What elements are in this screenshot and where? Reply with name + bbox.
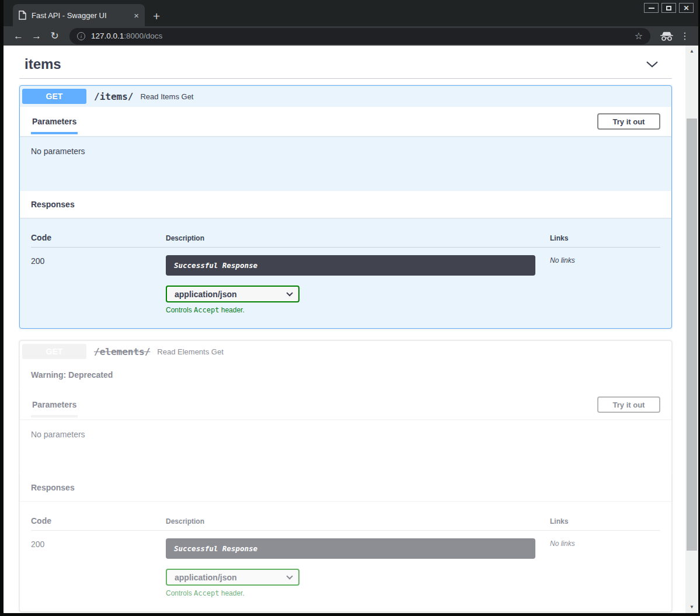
browser-tab[interactable]: Fast API - Swagger UI × <box>13 4 145 26</box>
reload-icon[interactable]: ↻ <box>46 31 64 41</box>
parameters-body: No parameters <box>20 419 671 474</box>
media-type-value: application/json <box>175 290 237 299</box>
collapse-chevron-icon[interactable] <box>646 61 659 68</box>
close-button[interactable]: ✕ <box>679 3 694 13</box>
media-type-select[interactable]: application/json <box>166 286 299 302</box>
minimize-button[interactable] <box>644 3 659 13</box>
page-icon <box>19 11 26 20</box>
description-column-header: Description <box>166 234 550 242</box>
page-content: items GET /items/ Read Items Get Paramet… <box>4 46 685 613</box>
tab-strip: Fast API - Swagger UI × + ✕ <box>4 0 698 26</box>
opblock-get-items: GET /items/ Read Items Get Parameters Tr… <box>19 85 672 329</box>
endpoint-summary: Read Items Get <box>140 92 193 101</box>
response-links: No links <box>550 538 660 548</box>
code-column-header: Code <box>31 516 166 525</box>
site-info-icon[interactable]: i <box>77 32 85 40</box>
endpoint-path: /items/ <box>94 91 133 102</box>
bookmark-star-icon[interactable]: ☆ <box>635 32 643 41</box>
url-host: 127.0.0.1 <box>91 32 124 40</box>
try-it-out-button[interactable]: Try it out <box>597 113 660 130</box>
browser-menu-icon[interactable]: ⋮ <box>677 32 692 41</box>
accept-header-note: Controls Accept header. <box>166 306 550 314</box>
responses-title: Responses <box>31 483 75 492</box>
url-path: :8000/docs <box>124 32 162 40</box>
note-prefix: Controls <box>166 306 194 314</box>
parameters-header: Parameters Try it out <box>20 390 671 419</box>
note-prefix: Controls <box>166 589 194 597</box>
responses-table: Code Description Links 200 Successful Re… <box>20 501 671 611</box>
accept-header-note: Controls Accept header. <box>166 589 550 597</box>
media-type-value: application/json <box>175 573 237 582</box>
tab-title: Fast API - Swagger UI <box>32 11 107 20</box>
response-description-cell: Successful Response application/json Con… <box>166 538 550 597</box>
no-parameters-text: No parameters <box>31 147 85 156</box>
browser-toolbar: ← → ↻ i 127.0.0.1:8000/docs ☆ ⋮ <box>4 26 698 46</box>
response-code: 200 <box>31 538 166 549</box>
response-links: No links <box>550 255 660 265</box>
note-suffix: header. <box>219 589 244 597</box>
try-it-out-button[interactable]: Try it out <box>597 396 660 413</box>
minimize-icon <box>649 8 654 9</box>
opblock-get-elements-deprecated: GET /elements/ Read Elements Get Warning… <box>19 340 672 612</box>
endpoint-path: /elements/ <box>94 346 150 357</box>
response-description-cell: Successful Response application/json Con… <box>166 255 550 314</box>
response-code: 200 <box>31 255 166 266</box>
response-description-box: Successful Response <box>166 538 535 559</box>
media-type-select[interactable]: application/json <box>166 569 299 586</box>
tag-section-header[interactable]: items <box>19 53 672 79</box>
description-column-header: Description <box>166 517 550 525</box>
tag-title: items <box>25 56 61 72</box>
parameters-tab: Parameters <box>31 109 78 134</box>
code-column-header: Code <box>31 233 166 242</box>
method-badge: GET <box>22 344 86 359</box>
responses-table-head: Code Description Links <box>31 509 660 531</box>
responses-title: Responses <box>31 200 75 209</box>
select-chevron-icon <box>286 573 292 579</box>
address-bar[interactable]: i 127.0.0.1:8000/docs ☆ <box>69 28 650 44</box>
links-column-header: Links <box>550 517 660 525</box>
method-badge: GET <box>22 89 86 104</box>
responses-table: Code Description Links 200 Successful Re… <box>20 218 671 328</box>
responses-header: Responses <box>20 191 671 218</box>
no-parameters-text: No parameters <box>31 430 85 439</box>
links-column-header: Links <box>550 234 660 242</box>
forward-icon[interactable]: → <box>27 31 46 41</box>
endpoint-summary: Read Elements Get <box>157 347 223 356</box>
note-accept: Accept <box>194 589 219 597</box>
parameters-body: No parameters <box>20 136 671 191</box>
opblock-summary[interactable]: GET /items/ Read Items Get <box>20 86 671 107</box>
parameters-tab: Parameters <box>31 392 78 417</box>
response-description-box: Successful Response <box>166 255 535 276</box>
parameters-header: Parameters Try it out <box>20 107 671 136</box>
scroll-down-icon[interactable]: ▼ <box>685 605 698 610</box>
maximize-button[interactable] <box>661 3 676 13</box>
tab-close-icon[interactable]: × <box>134 11 139 20</box>
responses-header: Responses <box>20 474 671 501</box>
opblock-summary[interactable]: GET /elements/ Read Elements Get <box>20 341 671 362</box>
back-icon[interactable]: ← <box>9 31 27 41</box>
scroll-up-icon[interactable]: ▲ <box>685 49 698 54</box>
browser-window: Fast API - Swagger UI × + ✕ ← → ↻ i 127.… <box>0 0 700 616</box>
response-row: 200 Successful Response application/json… <box>31 531 660 597</box>
note-suffix: header. <box>219 306 244 314</box>
response-row: 200 Successful Response application/json… <box>31 248 660 314</box>
note-accept: Accept <box>194 306 219 314</box>
scrollbar-thumb[interactable] <box>687 119 697 551</box>
page-scrollbar[interactable]: ▲ ▼ <box>685 46 698 613</box>
url-text: 127.0.0.1:8000/docs <box>91 32 630 40</box>
maximize-icon <box>666 6 671 11</box>
incognito-icon <box>660 32 674 41</box>
select-chevron-icon <box>286 290 292 296</box>
deprecated-warning: Warning: Deprecated <box>20 362 671 390</box>
new-tab-button[interactable]: + <box>153 10 160 22</box>
responses-table-head: Code Description Links <box>31 226 660 248</box>
window-controls: ✕ <box>644 3 694 13</box>
